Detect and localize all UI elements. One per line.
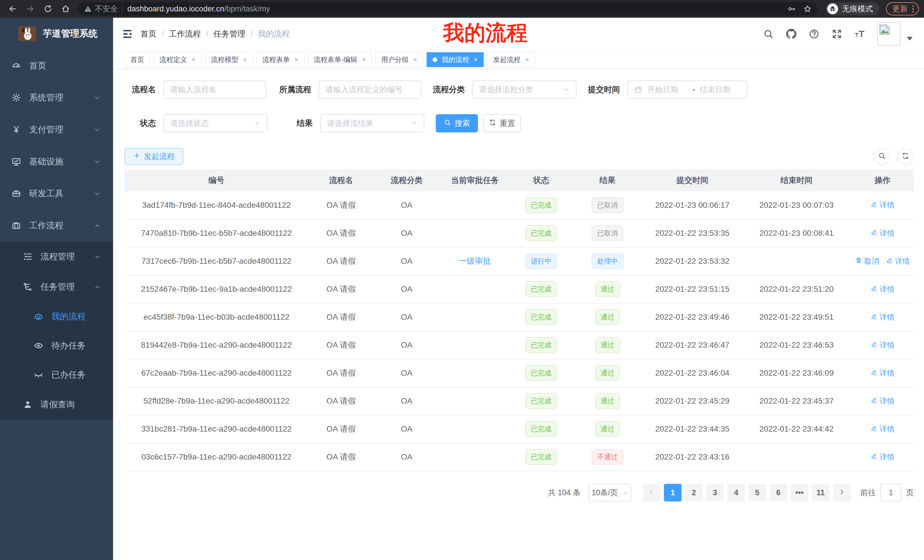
tab[interactable]: 流程模型× bbox=[205, 52, 253, 67]
sidebar-item[interactable]: 基础设施 bbox=[0, 145, 113, 178]
tab-close-icon[interactable]: × bbox=[243, 56, 247, 63]
refresh-button[interactable] bbox=[897, 148, 914, 165]
page-ellipsis[interactable]: ••• bbox=[790, 484, 808, 502]
action-detail-link[interactable]: 详情 bbox=[871, 200, 895, 210]
tab-close-icon[interactable]: × bbox=[413, 56, 417, 63]
process-table: 编号流程名流程分类当前审批任务状态结果提交时间结束时间操作 3ad174fb-7… bbox=[124, 169, 914, 471]
sidebar-item[interactable]: 首页 bbox=[0, 49, 113, 82]
tab-close-icon[interactable]: × bbox=[362, 56, 366, 63]
filter-input[interactable]: 请输入流程定义的编号 bbox=[319, 81, 422, 99]
goto-page-input[interactable]: 1 bbox=[880, 484, 902, 502]
sidebar-logo-row[interactable]: 芋道管理系统 bbox=[0, 18, 113, 49]
toggle-search-button[interactable] bbox=[874, 148, 890, 165]
action-detail-link[interactable]: 详情 bbox=[871, 284, 895, 294]
tab-close-icon[interactable]: × bbox=[294, 56, 298, 63]
browser-forward-button[interactable] bbox=[23, 1, 38, 16]
breadcrumb-item[interactable]: 任务管理 bbox=[214, 28, 246, 39]
action-detail-link[interactable]: 详情 bbox=[871, 368, 895, 378]
tab-close-icon[interactable]: × bbox=[474, 56, 478, 63]
tab[interactable]: 流程表单× bbox=[256, 52, 304, 67]
action-detail-link[interactable]: 详情 bbox=[886, 256, 910, 266]
pagination-total: 共 104 条 bbox=[548, 488, 580, 498]
page-button[interactable]: 6 bbox=[770, 484, 787, 502]
avatar[interactable] bbox=[877, 22, 901, 46]
sidebar-item[interactable]: 研发工具 bbox=[0, 178, 113, 210]
reset-button[interactable]: 重置 bbox=[483, 114, 521, 132]
goto-suffix: 页 bbox=[906, 488, 914, 498]
page-button[interactable]: 2 bbox=[685, 484, 703, 502]
action-detail-link[interactable]: 详情 bbox=[871, 396, 895, 406]
search-button[interactable]: 搜索 bbox=[436, 114, 478, 132]
password-key-icon[interactable] bbox=[787, 4, 796, 13]
tab[interactable]: 流程表单-编辑× bbox=[308, 52, 372, 67]
status-badge: 已完成 bbox=[525, 281, 557, 297]
filter-select[interactable]: 请选择流结果 bbox=[320, 114, 424, 132]
task-link[interactable]: 一级审批 bbox=[459, 257, 491, 265]
filter-select[interactable]: 请选择流程分类 bbox=[472, 81, 576, 99]
cell-category: OA bbox=[374, 387, 439, 415]
page-button[interactable]: 4 bbox=[727, 484, 745, 502]
filter-select[interactable]: 请选择状态 bbox=[164, 114, 267, 132]
tab[interactable]: 流程定义× bbox=[154, 52, 202, 67]
action-detail-link[interactable]: 详情 bbox=[871, 228, 895, 238]
github-icon[interactable] bbox=[786, 28, 796, 39]
tab[interactable]: 发起流程× bbox=[487, 52, 535, 67]
edit-icon bbox=[871, 341, 878, 350]
sidebar-item[interactable]: 流程管理 bbox=[0, 241, 113, 272]
sidebar-item[interactable]: 工作流程 bbox=[0, 210, 113, 241]
tab-active[interactable]: 我的流程× bbox=[427, 52, 484, 67]
table-row: 7317cec6-7b9b-11ec-b5b7-acde48001122OA 请… bbox=[124, 247, 914, 275]
sidebar-item[interactable]: 待办任务 bbox=[0, 331, 113, 360]
action-cancel-link[interactable]: 取消 bbox=[855, 256, 879, 266]
filter-input[interactable]: 请输入流程名 bbox=[164, 81, 266, 99]
search-icon[interactable] bbox=[763, 28, 774, 39]
page-button[interactable]: 5 bbox=[748, 484, 766, 502]
cell-end-time: 2022-01-22 23:45:37 bbox=[741, 387, 851, 415]
create-process-button[interactable]: 发起流程 bbox=[124, 148, 183, 165]
cell-actions: 详情 bbox=[852, 359, 914, 387]
browser-home-button[interactable] bbox=[58, 1, 73, 16]
filter-field: 流程名请输入流程名 bbox=[124, 81, 266, 99]
browser-menu-icon[interactable] bbox=[912, 5, 914, 13]
browser-update-button[interactable]: 更新 bbox=[886, 2, 919, 15]
sidebar-item[interactable]: 支付管理 bbox=[0, 114, 113, 145]
fullscreen-icon[interactable] bbox=[831, 28, 842, 39]
page-size-select[interactable]: 10条/页 bbox=[588, 484, 632, 502]
sidebar-item[interactable]: 已办任务 bbox=[0, 360, 113, 389]
browser-reload-button[interactable] bbox=[40, 1, 56, 16]
avatar-dropdown-caret[interactable] bbox=[907, 37, 913, 40]
bookmark-star-icon[interactable] bbox=[803, 4, 812, 13]
cell-task bbox=[440, 191, 510, 219]
cell-submit-time: 2022-01-22 23:46:04 bbox=[643, 359, 742, 387]
action-detail-link[interactable]: 详情 bbox=[871, 340, 895, 350]
next-page-button[interactable] bbox=[833, 484, 850, 502]
sidebar-item-label: 任务管理 bbox=[40, 281, 75, 293]
browser-back-button[interactable] bbox=[5, 1, 20, 16]
tab[interactable]: 用户分组× bbox=[375, 52, 423, 67]
font-size-icon[interactable] bbox=[854, 28, 865, 39]
action-detail-link[interactable]: 详情 bbox=[871, 424, 895, 434]
cell-id: 67c2eaab-7b9a-11ec-a290-acde48001122 bbox=[124, 359, 308, 387]
action-detail-link[interactable]: 详情 bbox=[871, 312, 895, 322]
help-icon[interactable] bbox=[808, 28, 819, 39]
pagination: 共 104 条 10条/页 123456•••11 前往 1 页 bbox=[124, 484, 914, 502]
date-range-input[interactable]: 开始日期-结束日期 bbox=[627, 81, 747, 99]
incognito-icon bbox=[827, 3, 838, 14]
page-button[interactable]: 3 bbox=[706, 484, 724, 502]
page-button[interactable]: 11 bbox=[812, 484, 830, 502]
sidebar-item[interactable]: 请假查询 bbox=[0, 389, 113, 419]
tab[interactable]: 首页 bbox=[124, 52, 150, 67]
action-detail-link[interactable]: 详情 bbox=[871, 452, 895, 462]
sidebar-item[interactable]: 我的流程 bbox=[0, 302, 113, 331]
tab-close-icon[interactable]: × bbox=[525, 56, 529, 63]
page-button[interactable]: 1 bbox=[664, 484, 682, 502]
tab-close-icon[interactable]: × bbox=[192, 56, 196, 63]
collapse-sidebar-icon[interactable] bbox=[122, 28, 133, 40]
prev-page-button[interactable] bbox=[643, 484, 660, 502]
sidebar-item[interactable]: 系统管理 bbox=[0, 82, 113, 114]
breadcrumb-item[interactable]: 首页 bbox=[141, 28, 156, 39]
breadcrumb-item[interactable]: 工作流程 bbox=[169, 28, 201, 39]
not-secure-label[interactable]: 不安全 bbox=[95, 4, 118, 14]
sidebar-item[interactable]: 任务管理 bbox=[0, 272, 113, 302]
address-bar[interactable]: 不安全 dashboard.yudao.iocoder.cn/bpm/task/… bbox=[78, 2, 818, 15]
